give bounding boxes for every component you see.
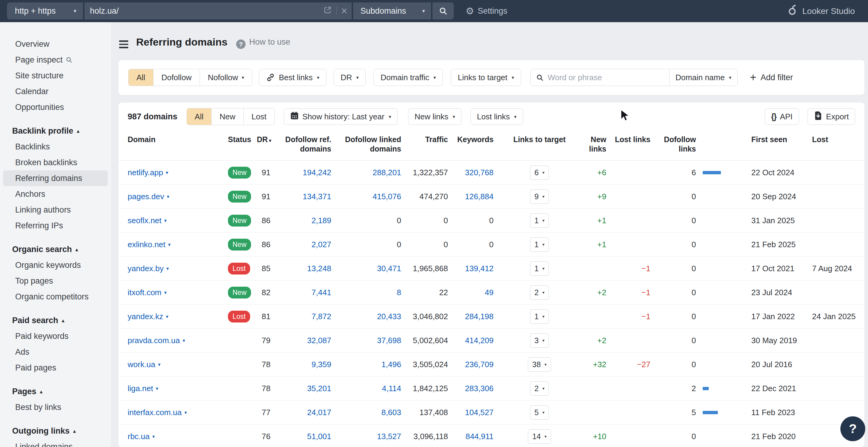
target-url-input[interactable]: holz.ua/ ×: [85, 2, 352, 20]
filter-segment-all[interactable]: All: [129, 69, 153, 85]
word-search-field[interactable]: [531, 69, 669, 85]
domain-link[interactable]: pravda.com.ua: [128, 336, 180, 345]
chevron-down-icon[interactable]: ▾: [168, 242, 170, 247]
links-to-target-dropdown[interactable]: 1▾: [530, 238, 549, 252]
column-header-dofollow-linked-domains[interactable]: Dofollow linkeddomains: [336, 135, 404, 153]
new-links-value[interactable]: +10: [593, 432, 606, 441]
chevron-down-icon[interactable]: ▾: [167, 194, 169, 200]
links-to-target-dropdown[interactable]: 3▾: [530, 334, 549, 348]
how-to-use-link[interactable]: How to use: [249, 37, 290, 47]
clear-input-icon[interactable]: ×: [341, 5, 347, 16]
domain-link[interactable]: pages.dev: [128, 192, 164, 201]
scope-dropdown[interactable]: Subdomains ▾: [353, 2, 431, 20]
new-links-value[interactable]: +6: [597, 168, 606, 177]
sidebar-item-organic-competitors[interactable]: Organic competitors: [3, 289, 108, 305]
sidebar-item-best-by-links[interactable]: Best by links: [3, 399, 108, 415]
column-header-new-links[interactable]: New links: [584, 135, 614, 153]
show-history-dropdown[interactable]: Show history: Last year ▾: [284, 108, 398, 125]
best-links-filter-button[interactable]: Best links ▾: [259, 69, 326, 86]
metric-link[interactable]: 30,471: [377, 264, 401, 273]
domain-traffic-filter-button[interactable]: Domain traffic ▾: [374, 69, 443, 86]
sidebar-item-paid-pages[interactable]: Paid pages: [3, 360, 108, 376]
word-search-input[interactable]: [547, 73, 664, 82]
sidebar-item-ads[interactable]: Ads: [3, 344, 108, 360]
links-to-target-dropdown[interactable]: 5▾: [530, 405, 549, 420]
metric-link[interactable]: 283,306: [465, 384, 494, 393]
sidebar-item-overview[interactable]: Overview: [3, 36, 108, 52]
sidebar-item-page-inspect[interactable]: Page inspect: [3, 52, 108, 68]
domain-link[interactable]: rbc.ua: [128, 432, 150, 441]
filter-segment-dofollow[interactable]: Dofollow: [153, 69, 200, 85]
column-header-domain[interactable]: Domain: [128, 135, 228, 144]
new-links-value[interactable]: +2: [597, 336, 606, 345]
column-header-dofollow-ref-domains[interactable]: Dofollow ref.domains: [275, 135, 336, 153]
sidebar-item-backlinks[interactable]: Backlinks: [3, 139, 108, 154]
links-to-target-dropdown[interactable]: 2▾: [530, 285, 549, 300]
lost-links-value[interactable]: −1: [641, 312, 650, 321]
sidebar-item-linking-authors[interactable]: Linking authors: [3, 202, 108, 218]
search-button[interactable]: [432, 2, 454, 20]
filter-segment-nofollow[interactable]: Nofollow ▾: [200, 69, 252, 85]
metric-link[interactable]: 104,527: [465, 408, 494, 417]
metric-link[interactable]: 8,603: [381, 408, 401, 417]
domain-link[interactable]: yandex.kz: [128, 312, 163, 321]
metric-link[interactable]: 414,209: [465, 336, 494, 345]
chevron-down-icon[interactable]: ▾: [166, 170, 168, 175]
new-links-value[interactable]: +2: [597, 288, 606, 297]
sidebar-item-paid-keywords[interactable]: Paid keywords: [3, 328, 108, 344]
links-to-target-dropdown[interactable]: 1▾: [530, 262, 549, 276]
domain-link[interactable]: itxoft.com: [128, 288, 161, 297]
settings-button[interactable]: ⚙ Settings: [466, 0, 507, 22]
metric-link[interactable]: 288,201: [373, 168, 401, 177]
column-header-dr[interactable]: DR▾: [257, 135, 275, 145]
metric-link[interactable]: 51,001: [307, 432, 331, 441]
domain-link[interactable]: liga.net: [128, 384, 153, 393]
search-mode-dropdown[interactable]: Domain name ▾: [669, 69, 738, 85]
metric-link[interactable]: 2,189: [312, 216, 331, 225]
chevron-down-icon[interactable]: ▾: [184, 410, 187, 415]
links-to-target-dropdown[interactable]: 1▾: [530, 309, 549, 324]
chevron-down-icon[interactable]: ▾: [183, 338, 185, 343]
column-header-lost[interactable]: Lost: [811, 135, 864, 144]
metric-link[interactable]: 24,017: [307, 408, 331, 417]
chevron-down-icon[interactable]: ▾: [166, 266, 169, 272]
column-header-first-seen[interactable]: First seen: [748, 135, 811, 144]
api-button[interactable]: {} API: [765, 108, 799, 125]
metric-link[interactable]: 35,201: [307, 384, 331, 393]
new-links-value[interactable]: +32: [593, 360, 606, 369]
sidebar-item-linked-domains[interactable]: Linked domains: [3, 439, 108, 447]
column-header-dofollow-links[interactable]: Dofollowlinks: [656, 135, 748, 153]
metric-link[interactable]: 32,087: [307, 336, 331, 345]
domain-link[interactable]: netlify.app: [128, 168, 163, 177]
metric-link[interactable]: 844,911: [466, 432, 494, 441]
links-to-target-dropdown[interactable]: 9▾: [530, 190, 549, 204]
status-segment-new[interactable]: New: [211, 108, 243, 125]
metric-link[interactable]: 194,242: [303, 168, 331, 177]
column-header-traffic[interactable]: Traffic: [404, 135, 450, 144]
metric-link[interactable]: 139,412: [465, 264, 494, 273]
column-header-keywords[interactable]: Keywords: [450, 135, 495, 144]
column-header-lost-links[interactable]: Lost links: [614, 135, 656, 144]
looker-studio-button[interactable]: Looker Studio: [788, 0, 855, 22]
metric-link[interactable]: 49: [485, 288, 494, 297]
domain-link[interactable]: exlinko.net: [128, 240, 165, 249]
sidebar-item-top-pages[interactable]: Top pages: [3, 273, 108, 289]
chevron-down-icon[interactable]: ▾: [164, 290, 166, 296]
new-links-value[interactable]: +9: [597, 192, 606, 201]
column-header-links-to-target[interactable]: Links to target: [495, 135, 584, 144]
metric-link[interactable]: 9,359: [312, 360, 331, 369]
sidebar-item-referring-domains[interactable]: Referring domains: [3, 170, 108, 186]
status-segment-lost[interactable]: Lost: [243, 108, 274, 125]
metric-link[interactable]: 126,884: [465, 192, 494, 201]
sidebar-item-site-structure[interactable]: Site structure: [3, 68, 108, 83]
metric-link[interactable]: 236,709: [465, 360, 494, 369]
dr-filter-button[interactable]: DR ▾: [334, 69, 366, 86]
metric-link[interactable]: 284,198: [465, 312, 494, 321]
links-to-target-dropdown[interactable]: 6▾: [530, 166, 549, 180]
chevron-down-icon[interactable]: ▾: [152, 434, 155, 439]
menu-icon[interactable]: [119, 40, 128, 50]
new-links-value[interactable]: +1: [597, 240, 606, 249]
sidebar-item-opportunities[interactable]: Opportunities: [3, 99, 108, 115]
metric-link[interactable]: 320,768: [465, 168, 494, 177]
open-external-icon[interactable]: [323, 6, 332, 16]
